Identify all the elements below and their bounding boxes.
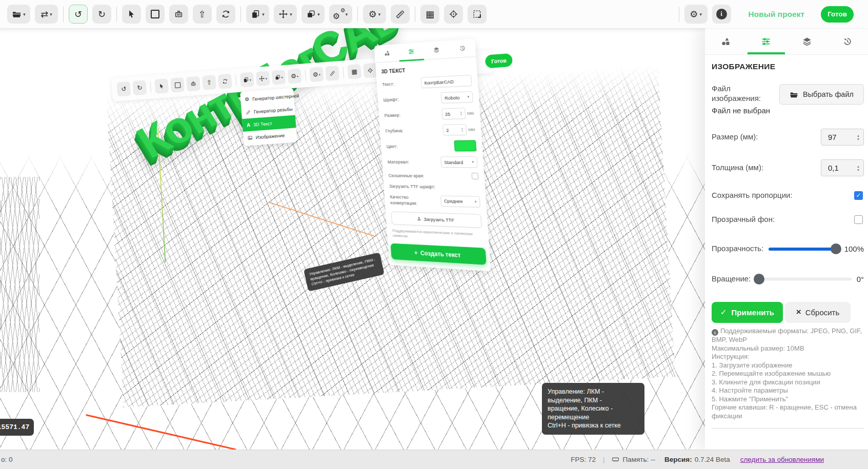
slider-thumb[interactable] [831, 243, 841, 254]
measure-button[interactable] [391, 5, 410, 24]
text-label: Текст: [382, 81, 394, 87]
tab-settings [398, 47, 423, 56]
plus-icon: + [414, 249, 418, 256]
tab-layers [423, 46, 450, 54]
rotation-slider[interactable] [756, 274, 851, 285]
grid-icon: ▦ [347, 64, 361, 79]
spinner-arrows[interactable]: ▴▾ [857, 165, 859, 172]
chevron-down-icon: ▾ [317, 12, 320, 17]
updates-link[interactable]: следить за обновлениями [740, 456, 824, 463]
operations-button[interactable]: ⚙ ⚙ ▾ [329, 5, 352, 24]
rotation-label: Вращение: [712, 274, 751, 284]
thickness-label: Толщина (мм): [712, 163, 763, 173]
color-label: Цвет: [386, 144, 397, 149]
gear-icon: ⚙ [245, 96, 250, 103]
material-select: Standard▾ [440, 156, 478, 168]
choose-file-button[interactable]: Выбрать файл [779, 84, 864, 105]
font-select: Roboto▾ [441, 91, 473, 104]
transparent-bg-label: Прозрачный фон: [712, 215, 775, 225]
gears-icon: ⚙ ⚙ [334, 9, 344, 19]
settings-button[interactable]: ⚙ ▾ [684, 5, 708, 24]
opacity-slider[interactable] [769, 243, 839, 255]
slider-track [756, 278, 851, 280]
coordinate-readout: 15571.47 [0, 419, 34, 436]
transparent-bg-checkbox[interactable] [854, 215, 863, 224]
panel-divider [712, 428, 864, 429]
folder-open-icon [12, 9, 22, 19]
move-button[interactable]: ▾ [274, 5, 297, 24]
duplicate-icon [306, 9, 316, 19]
crosshair-icon [449, 9, 458, 19]
size-input[interactable]: 97 ▴▾ [821, 129, 864, 146]
bevel-checkbox [472, 173, 479, 179]
redo-button[interactable]: ↻ [92, 5, 111, 24]
size-unit: ММ [467, 111, 474, 115]
divider [150, 81, 151, 93]
box-tool-button[interactable] [146, 5, 165, 24]
slider-thumb[interactable] [754, 274, 764, 284]
arrow-up-icon: ⇧ [202, 75, 216, 90]
thickness-input[interactable]: 0,1 ▴▾ [821, 159, 864, 176]
duplicate-icon: ▾ [272, 70, 286, 85]
ttf-label: Загрузить TTF шрифт: [389, 183, 436, 190]
undo-button[interactable]: ↺ [69, 5, 88, 24]
info-icon: i [712, 329, 718, 336]
tooltip-line: Управление: ЛКМ - выделение, ПКМ - [548, 388, 639, 404]
toolbar-divider [357, 7, 358, 22]
open-project-button[interactable]: ▾ [7, 5, 30, 24]
no-file-text: Файл не выбран [712, 106, 864, 115]
keep-proportions-checkbox[interactable]: ✓ [854, 191, 863, 200]
toolbar-divider [240, 7, 241, 22]
layers-icon [802, 36, 812, 47]
version-value: 0.7.24 Beta [695, 456, 730, 463]
snap-center-button[interactable] [444, 5, 463, 24]
fps-readout: FPS: 72 [571, 456, 596, 463]
pages-icon: ▾ [240, 72, 254, 88]
copy-button[interactable]: ▾ [246, 5, 269, 24]
extrude-tool-button[interactable] [169, 5, 188, 24]
cursor-icon [154, 78, 169, 94]
gear-icon: ⚙ [369, 10, 377, 19]
tab-history[interactable] [827, 28, 868, 54]
toolbar-divider [679, 7, 679, 22]
pull-tool-button[interactable]: ⇧ [193, 5, 212, 24]
cursor-icon [127, 9, 136, 19]
status-bar: о: 0 FPS: 72 | Память: -- Версия: 0.7.24… [0, 450, 868, 469]
image-settings-panel: ИЗОБРАЖЕНИЕ Файл изображения: Выбрать фа… [705, 28, 868, 450]
image-icon [247, 135, 253, 140]
import-export-button[interactable]: ⇄ ▾ [35, 5, 58, 24]
spinner-arrows[interactable]: ▴▾ [857, 134, 859, 141]
reset-button[interactable]: × Сбросить [785, 302, 851, 323]
chevron-down-icon: ▾ [346, 12, 348, 17]
grid-toggle-button[interactable]: ▦ [420, 5, 439, 24]
keep-proportions-label: Сохранять пропорции: [712, 191, 793, 200]
text-input: КонтрБагCAD [420, 75, 472, 88]
divider [305, 70, 307, 81]
divider [342, 67, 344, 78]
tab-layers[interactable] [786, 28, 827, 54]
depth-input: 2 ▴▾ [442, 124, 467, 135]
toolbar-shadow [0, 28, 705, 33]
tab-objects[interactable] [705, 28, 746, 54]
selection-frame-button[interactable] [468, 5, 487, 24]
duplicate-button[interactable]: ▾ [301, 5, 325, 24]
done-button[interactable]: Готов [821, 6, 854, 23]
select-tool-button[interactable] [122, 5, 141, 24]
tab-settings[interactable] [746, 28, 787, 54]
info-button[interactable]: i [712, 5, 731, 24]
chevron-down-icon: ▾ [290, 12, 292, 17]
color-swatch [454, 140, 476, 151]
slider-track [769, 248, 839, 251]
apply-button[interactable]: ✓ Применить [712, 302, 783, 323]
material-label: Материал: [388, 159, 410, 165]
viewport-3d[interactable]: КонтрБагCAD ↺ ↻ ⇧ ▾ ▾ ▾ ⚙▾ ⚙▾ ▦ ⚙▾ i Н [0, 28, 705, 450]
rotate-tool-button[interactable] [216, 5, 235, 24]
chevron-down-icon: ▾ [378, 12, 381, 17]
move-icon: ▾ [256, 71, 270, 86]
square-icon [170, 77, 185, 93]
grid-icon: ▦ [426, 9, 434, 20]
size-label: Размер (мм): [712, 132, 758, 142]
generators-button[interactable]: ⚙ ▾ [363, 5, 386, 24]
help-line: Максимальный размер: 10MB [712, 344, 864, 353]
info-icon: i [716, 9, 727, 19]
